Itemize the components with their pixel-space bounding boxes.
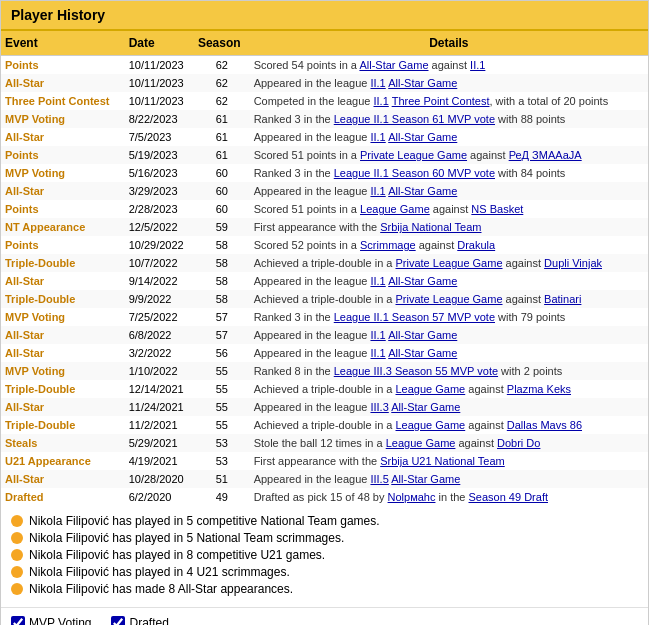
table-row-event: MVP Voting xyxy=(1,362,125,380)
table-row-event: Points xyxy=(1,146,125,164)
table-row-season: 59 xyxy=(194,218,250,236)
table-row-date: 1/10/2022 xyxy=(125,362,194,380)
table-row-details: Competed in the league II.1 Three Point … xyxy=(250,92,648,110)
table-row-details: Appeared in the league II.1 All-Star Gam… xyxy=(250,128,648,146)
divider xyxy=(1,607,648,608)
table-row: MVP Voting7/25/202257Ranked 3 in the Lea… xyxy=(1,308,648,326)
table-row-season: 56 xyxy=(194,344,250,362)
table-row-details: Scored 52 points in a Scrimmage against … xyxy=(250,236,648,254)
table-row-event: All-Star xyxy=(1,182,125,200)
table-row: All-Star6/8/202257Appeared in the league… xyxy=(1,326,648,344)
table-row-details: First appearance with the Srbija U21 Nat… xyxy=(250,452,648,470)
table-row-event: U21 Appearance xyxy=(1,452,125,470)
table-row: All-Star11/24/202155Appeared in the leag… xyxy=(1,398,648,416)
drafted-checkbox-label[interactable]: Drafted xyxy=(111,616,168,625)
table-row-event: MVP Voting xyxy=(1,110,125,128)
table-row-season: 62 xyxy=(194,92,250,110)
table-row-season: 62 xyxy=(194,56,250,75)
table-row-date: 3/2/2022 xyxy=(125,344,194,362)
table-row-date: 8/22/2023 xyxy=(125,110,194,128)
table-row-season: 57 xyxy=(194,308,250,326)
table-row-details: Appeared in the league II.1 All-Star Gam… xyxy=(250,182,648,200)
table-row-date: 5/16/2023 xyxy=(125,164,194,182)
table-row-date: 10/28/2020 xyxy=(125,470,194,488)
table-row-season: 58 xyxy=(194,254,250,272)
table-row-details: Ranked 3 in the League II.1 Season 61 MV… xyxy=(250,110,648,128)
table-row-details: Achieved a triple-double in a League Gam… xyxy=(250,416,648,434)
table-row: Triple-Double12/14/202155Achieved a trip… xyxy=(1,380,648,398)
table-row-season: 61 xyxy=(194,128,250,146)
table-row-details: Stole the ball 12 times in a League Game… xyxy=(250,434,648,452)
mvp-voting-checkbox[interactable] xyxy=(11,616,25,625)
table-row: MVP Voting1/10/202255Ranked 8 in the Lea… xyxy=(1,362,648,380)
drafted-checkbox[interactable] xyxy=(111,616,125,625)
table-row-date: 4/19/2021 xyxy=(125,452,194,470)
table-row-details: Appeared in the league II.1 All-Star Gam… xyxy=(250,272,648,290)
table-row-event: All-Star xyxy=(1,398,125,416)
history-table: Event Date Season Details Points10/11/20… xyxy=(1,31,648,506)
table-row: All-Star3/29/202360Appeared in the leagu… xyxy=(1,182,648,200)
table-row: NT Appearance12/5/202259First appearance… xyxy=(1,218,648,236)
page-title: Player History xyxy=(11,7,105,23)
table-row-event: Points xyxy=(1,56,125,75)
table-row-details: Appeared in the league II.1 All-Star Gam… xyxy=(250,344,648,362)
table-row-date: 2/28/2023 xyxy=(125,200,194,218)
table-row-event: Three Point Contest xyxy=(1,92,125,110)
mvp-voting-checkbox-label[interactable]: MVP Voting xyxy=(11,616,91,625)
table-row: Points2/28/202360Scored 51 points in a L… xyxy=(1,200,648,218)
col-season: Season xyxy=(194,31,250,56)
table-row-date: 12/14/2021 xyxy=(125,380,194,398)
bullet-icon xyxy=(11,583,23,595)
table-row-season: 60 xyxy=(194,182,250,200)
drafted-label: Drafted xyxy=(129,616,168,625)
table-row-event: All-Star xyxy=(1,470,125,488)
table-row-season: 62 xyxy=(194,74,250,92)
summary-text: Nikola Filipović has played in 5 Nationa… xyxy=(29,531,344,545)
summary-text: Nikola Filipović has made 8 All-Star app… xyxy=(29,582,293,596)
table-row: Triple-Double9/9/202258Achieved a triple… xyxy=(1,290,648,308)
table-row-event: All-Star xyxy=(1,326,125,344)
col-details: Details xyxy=(250,31,648,56)
table-row-date: 10/11/2023 xyxy=(125,92,194,110)
table-row-event: Points xyxy=(1,236,125,254)
table-row-season: 55 xyxy=(194,380,250,398)
table-row-event: All-Star xyxy=(1,272,125,290)
table-row: Steals5/29/202153Stole the ball 12 times… xyxy=(1,434,648,452)
summary-text: Nikola Filipović has played in 5 competi… xyxy=(29,514,380,528)
table-row-season: 58 xyxy=(194,236,250,254)
table-row-date: 7/5/2023 xyxy=(125,128,194,146)
table-row: Triple-Double11/2/202155Achieved a tripl… xyxy=(1,416,648,434)
table-row-details: Scored 51 points in a Private League Gam… xyxy=(250,146,648,164)
table-row-date: 6/2/2020 xyxy=(125,488,194,506)
table-row-event: Steals xyxy=(1,434,125,452)
table-row-details: Scored 51 points in a League Game agains… xyxy=(250,200,648,218)
table-row-event: Triple-Double xyxy=(1,290,125,308)
table-row-season: 60 xyxy=(194,164,250,182)
table-row-details: Achieved a triple-double in a Private Le… xyxy=(250,290,648,308)
title-bar: Player History xyxy=(1,1,648,31)
table-row-event: Drafted xyxy=(1,488,125,506)
table-row-date: 6/8/2022 xyxy=(125,326,194,344)
table-row: MVP Voting8/22/202361Ranked 3 in the Lea… xyxy=(1,110,648,128)
table-row-event: All-Star xyxy=(1,128,125,146)
table-row-details: Ranked 8 in the League III.3 Season 55 M… xyxy=(250,362,648,380)
table-row: All-Star3/2/202256Appeared in the league… xyxy=(1,344,648,362)
table-row: Points5/19/202361Scored 51 points in a P… xyxy=(1,146,648,164)
table-row-season: 53 xyxy=(194,452,250,470)
bullet-icon xyxy=(11,515,23,527)
table-row-date: 11/2/2021 xyxy=(125,416,194,434)
table-row: All-Star7/5/202361Appeared in the league… xyxy=(1,128,648,146)
table-row: All-Star9/14/202258Appeared in the leagu… xyxy=(1,272,648,290)
table-row-season: 57 xyxy=(194,326,250,344)
table-row-date: 9/9/2022 xyxy=(125,290,194,308)
table-header-row: Event Date Season Details xyxy=(1,31,648,56)
table-row-details: Ranked 3 in the League II.1 Season 60 MV… xyxy=(250,164,648,182)
table-row: Drafted6/2/202049Drafted as pick 15 of 4… xyxy=(1,488,648,506)
table-row-date: 5/29/2021 xyxy=(125,434,194,452)
table-row-event: Triple-Double xyxy=(1,254,125,272)
table-row-details: Achieved a triple-double in a Private Le… xyxy=(250,254,648,272)
table-row-event: MVP Voting xyxy=(1,308,125,326)
table-row: MVP Voting5/16/202360Ranked 3 in the Lea… xyxy=(1,164,648,182)
table-row-details: Drafted as pick 15 of 48 by Nolpмahc in … xyxy=(250,488,648,506)
table-row-season: 58 xyxy=(194,272,250,290)
